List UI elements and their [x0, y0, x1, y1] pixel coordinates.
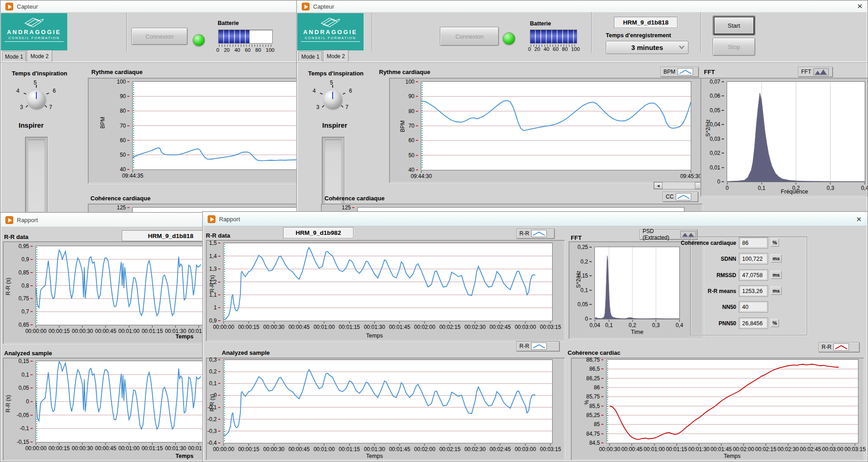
tab-mode-2[interactable]: Mode 2 [323, 50, 349, 62]
stop-button[interactable]: Stop [713, 38, 755, 56]
y-axis-label: R-R (s) [5, 395, 11, 412]
line-legend-icon [678, 68, 693, 75]
titlebar-capteur-right[interactable]: Capteur [297, 1, 867, 13]
scale-number: 100 [571, 46, 580, 52]
x-tick: 00:01:00 [314, 444, 335, 452]
x-tick: 09:45:30 [680, 171, 702, 179]
stat-label: R-R means [691, 285, 736, 297]
legend-analyzed[interactable]: R-R [516, 341, 559, 351]
stat-label: SDNN [691, 253, 736, 265]
y-tick: 0 [699, 178, 724, 185]
minor-ticks [422, 83, 423, 169]
stat-value-field[interactable]: 40 [739, 301, 768, 313]
y-tick: 0,01 [699, 164, 724, 171]
x-tick: 00:01:15 [666, 444, 687, 452]
legend-rr[interactable]: R-R [516, 229, 554, 238]
y-tick: 60 [393, 137, 418, 144]
x-axis-label: Fréquence [760, 189, 828, 195]
x-tick: 00:02:45 [489, 322, 511, 330]
tab-mode-1[interactable]: Mode 1 [2, 51, 26, 62]
stat-value-field[interactable]: 26,8456 [739, 318, 768, 329]
series-line [595, 256, 679, 319]
battery-ruler [219, 45, 272, 47]
stat-unit: % [771, 238, 779, 247]
y-tick: 50 [393, 152, 418, 159]
stat-label: RMSSD [691, 269, 736, 281]
knob-tickmark [343, 93, 345, 94]
y-tick: 70 [105, 122, 130, 129]
close-icon[interactable]: ✕ [854, 215, 864, 224]
y-axis-label: R-R (s) [209, 394, 215, 412]
x-tick: 00:03:15 [844, 444, 866, 452]
x-tick: 00:03:00 [515, 322, 536, 330]
stat-row: NN50 40 [691, 301, 807, 313]
x-tick: 00:02:00 [414, 322, 435, 330]
titlebar-capteur-left[interactable]: Capteur [1, 1, 317, 13]
connexion-button[interactable]: Connexion [131, 28, 188, 45]
x-tick: 00:02:30 [464, 322, 486, 330]
window-rapport-front: Rapport ✕ HRM_9_d1b982 R-R data R-R 0,91… [202, 211, 868, 462]
divider [126, 13, 127, 51]
x-tick: 00:01:00 [314, 322, 335, 330]
x-tick: 00:01:45 [389, 322, 410, 330]
x-tick: 00:02:30 [464, 444, 486, 452]
tab-mode-2[interactable]: Mode 2 [27, 50, 52, 62]
scroll-left-icon[interactable]: ◄ [654, 182, 663, 189]
start-button[interactable]: Start [713, 15, 755, 35]
inspiration-knob[interactable]: 5 4 6 3 7 [14, 79, 59, 115]
stat-value-field[interactable]: 100,722 [739, 253, 768, 264]
stat-value-field[interactable]: 86 [739, 237, 768, 248]
y-axis-label: S^2/Hz [705, 119, 711, 137]
chart-title-coherence: Cohérence cardiaque [324, 195, 384, 202]
x-tick: 00:00:30 [263, 444, 284, 452]
stat-value-field[interactable]: 1253,26 [739, 285, 768, 297]
x-tick: 00:02:45 [489, 444, 511, 452]
legend-psd[interactable]: PSD (Extracted) [639, 229, 697, 239]
scale-number: 40 [544, 46, 549, 52]
y-tick: 0 [567, 315, 592, 323]
device-name-field[interactable]: HRM_9_d1b982 [283, 227, 354, 238]
legend-cc[interactable]: CC [663, 192, 698, 202]
recording-time-dropdown[interactable]: 3 minutes [606, 41, 688, 54]
y-tick: 0,3 [202, 356, 220, 363]
labview-app-icon [5, 216, 13, 224]
y-tick: -0,2 [202, 416, 220, 423]
y-tick: 86,5 [579, 365, 604, 373]
y-tick: -0,1 [8, 425, 33, 432]
stat-label: Cohérence cardiaque [691, 237, 736, 249]
y-tick: 0,05 [567, 301, 592, 308]
divider [700, 12, 701, 53]
logo-text-2: CONSEIL FORMATION [301, 36, 360, 42]
legend-bpm[interactable]: BPM [660, 67, 698, 77]
x-tick: 00:00:00 [25, 326, 47, 334]
y-tick: -0,3 [202, 427, 220, 435]
close-icon[interactable]: ✕ [855, 2, 865, 10]
series-line [224, 248, 535, 319]
connexion-button[interactable]: Connexion [440, 27, 499, 46]
legend-coherence[interactable]: R-R [818, 342, 859, 352]
window-title: Capteur [17, 3, 38, 10]
titlebar-rapport-front[interactable]: Rapport [203, 212, 867, 226]
y-tick: 0,1 [202, 380, 220, 387]
knob-tick-3: 3 [316, 104, 319, 110]
x-tick: 0,1 [605, 320, 613, 328]
inspiration-knob[interactable]: 5 4 6 3 7 [310, 79, 355, 115]
x-tick: 00:01:30 [364, 322, 385, 330]
device-name-field[interactable]: HRM_9_d1b818 [614, 17, 678, 28]
tab-mode-1[interactable]: Mode 1 [299, 51, 322, 62]
x-tick: 0,04 [589, 320, 600, 328]
x-tick: 00:01:30 [364, 444, 385, 452]
x-tick: 00:01:15 [142, 443, 163, 452]
x-tick: 0 [726, 183, 729, 191]
minor-ticks [133, 83, 134, 169]
y-tick: 86 [579, 384, 604, 391]
x-tick: 00:02:00 [733, 444, 754, 452]
line-legend-icon [833, 343, 849, 351]
y-tick: 0,15 [8, 358, 33, 365]
legend-fft[interactable]: FFT [798, 67, 833, 77]
stat-value-field[interactable]: 47,0758 [739, 269, 768, 281]
chart-title-rr-data: R-R data [206, 232, 230, 239]
window-title: Rapport [17, 217, 38, 224]
y-tick: 0,25 [567, 243, 592, 251]
y-tick: 0,05 [699, 107, 724, 114]
